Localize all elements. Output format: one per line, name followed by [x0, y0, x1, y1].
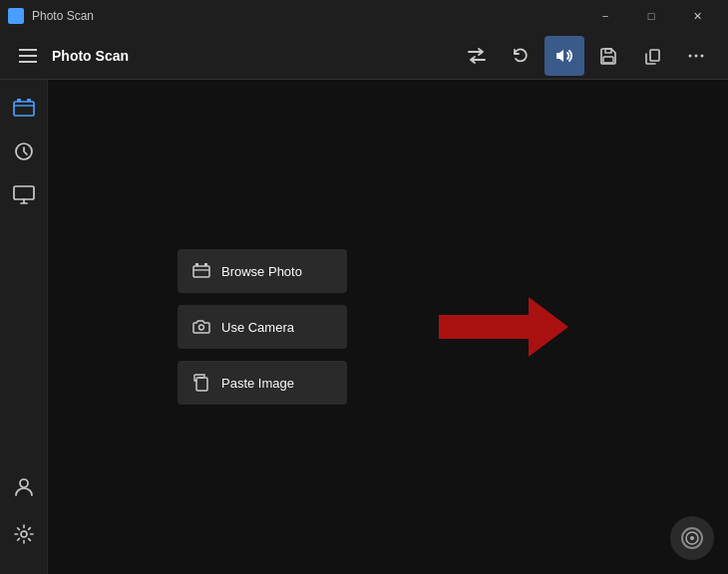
svg-point-5 — [695, 54, 698, 57]
svg-point-13 — [21, 531, 27, 537]
volume-icon[interactable] — [545, 36, 584, 76]
rotate-icon[interactable] — [501, 36, 541, 76]
svg-rect-11 — [14, 186, 34, 199]
svg-rect-18 — [196, 378, 207, 391]
sidebar-item-settings[interactable] — [4, 514, 44, 554]
svg-point-12 — [20, 479, 28, 487]
use-camera-label: Use Camera — [221, 320, 294, 335]
app-container: Photo Scan — [0, 32, 728, 574]
hamburger-line-2 — [19, 55, 37, 57]
title-bar-controls: − □ ✕ — [582, 0, 720, 32]
browse-photo-button[interactable]: Browse Photo — [178, 249, 347, 293]
minimize-button[interactable]: − — [582, 0, 628, 32]
swap-icon[interactable] — [457, 36, 497, 76]
cortana-button[interactable] — [670, 516, 714, 560]
svg-rect-3 — [650, 50, 659, 61]
header-title: Photo Scan — [52, 48, 449, 64]
title-bar-left: Photo Scan — [8, 8, 94, 24]
sidebar-item-history[interactable] — [4, 132, 44, 171]
save-icon[interactable] — [588, 36, 628, 76]
header-tools — [457, 36, 716, 76]
more-icon[interactable] — [676, 36, 716, 76]
paste-image-label: Paste Image — [221, 376, 294, 391]
svg-marker-19 — [439, 297, 568, 357]
hamburger-line-3 — [19, 61, 37, 63]
svg-rect-16 — [204, 263, 207, 266]
hamburger-button[interactable] — [12, 40, 44, 72]
svg-rect-15 — [195, 263, 198, 266]
sidebar-item-photo-scan[interactable] — [4, 88, 44, 128]
svg-rect-9 — [27, 99, 31, 102]
maximize-button[interactable]: □ — [628, 0, 674, 32]
svg-rect-7 — [14, 102, 34, 116]
buttons-panel: Browse Photo Use Camera — [178, 249, 347, 405]
sidebar-bottom — [4, 466, 44, 566]
red-arrow — [439, 297, 568, 357]
svg-rect-1 — [605, 49, 611, 53]
title-bar: Photo Scan − □ ✕ — [0, 0, 728, 32]
svg-rect-2 — [603, 57, 613, 63]
svg-rect-14 — [193, 266, 209, 277]
svg-point-4 — [689, 54, 692, 57]
paste-image-icon — [191, 373, 211, 393]
hamburger-line-1 — [19, 49, 37, 51]
main-content: Browse Photo Use Camera — [0, 80, 728, 574]
title-bar-title: Photo Scan — [32, 9, 94, 23]
paste-image-button[interactable]: Paste Image — [178, 361, 347, 405]
browse-photo-label: Browse Photo — [221, 264, 302, 279]
browse-photo-icon — [191, 261, 211, 281]
svg-point-22 — [690, 536, 694, 540]
svg-point-17 — [199, 325, 204, 330]
svg-point-6 — [701, 54, 704, 57]
svg-rect-8 — [17, 99, 21, 102]
header: Photo Scan — [0, 32, 728, 80]
app-icon — [8, 8, 24, 24]
use-camera-icon — [191, 317, 211, 337]
use-camera-button[interactable]: Use Camera — [178, 305, 347, 349]
svg-rect-0 — [11, 11, 21, 21]
sidebar — [0, 80, 48, 574]
close-button[interactable]: ✕ — [674, 0, 720, 32]
sidebar-item-user[interactable] — [4, 466, 44, 506]
sidebar-item-monitor[interactable] — [4, 175, 44, 215]
copy-icon[interactable] — [632, 36, 672, 76]
content-area: Browse Photo Use Camera — [48, 80, 728, 574]
